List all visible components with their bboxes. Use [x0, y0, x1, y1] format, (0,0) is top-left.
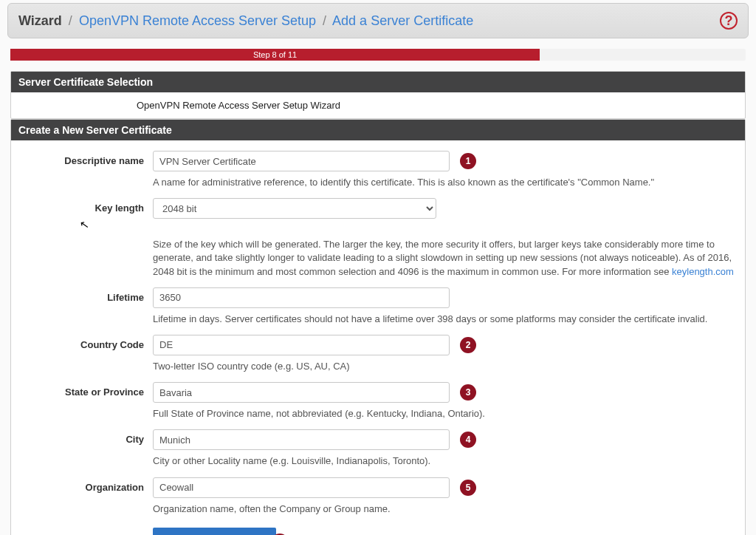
breadcrumb-section[interactable]: OpenVPN Remote Access Server Setup	[79, 13, 316, 28]
label-state: State or Province	[18, 382, 153, 398]
label-city: City	[18, 429, 153, 445]
breadcrumb: Wizard / OpenVPN Remote Access Server Se…	[18, 13, 473, 29]
wizard-progress-label: Step 8 of 11	[10, 49, 540, 61]
panel-title: Create a New Server Certificate	[11, 120, 745, 140]
help-icon[interactable]: ?	[720, 12, 738, 30]
help-organization: Organization name, often the Company or …	[153, 502, 738, 516]
city-input[interactable]	[153, 429, 450, 450]
organization-input[interactable]	[153, 477, 450, 498]
help-city: City or other Locality name (e.g. Louisv…	[153, 454, 738, 468]
row-key-length: Key length 2048 bit Size of the key whic…	[18, 194, 738, 283]
key-length-select[interactable]: 2048 bit	[153, 198, 436, 219]
wizard-progress: Step 8 of 11	[10, 49, 746, 61]
panel-title: Server Certificate Selection	[11, 72, 745, 92]
row-state: State or Province 3 Full State of Provin…	[18, 378, 738, 425]
breadcrumb-root[interactable]: Wizard	[18, 13, 62, 28]
breadcrumb-sep: /	[69, 13, 72, 28]
help-key-length-text: Size of the key which will be generated.…	[153, 239, 732, 276]
label-country-code: Country Code	[18, 335, 153, 350]
breadcrumb-current[interactable]: Add a Server Certificate	[332, 13, 473, 28]
annotation-badge-2: 2	[460, 337, 476, 353]
row-descriptive-name: Descriptive name 1 A name for administra…	[18, 146, 738, 194]
annotation-badge-5: 5	[460, 480, 476, 496]
descriptive-name-input[interactable]	[153, 151, 450, 171]
help-key-length: Size of the key which will be generated.…	[153, 238, 738, 279]
lifetime-input[interactable]	[153, 287, 450, 308]
help-descriptive-name: A name for administrative reference, to …	[153, 176, 738, 189]
panel-server-cert-selection: Server Certificate Selection OpenVPN Rem…	[10, 71, 746, 119]
annotation-badge-3: 3	[460, 384, 476, 401]
help-country-code: Two-letter ISO country code (e.g. US, AU…	[153, 360, 738, 373]
state-input[interactable]	[153, 382, 450, 403]
row-organization: Organization 5 Organization name, often …	[18, 473, 738, 520]
button-row: » Create new Certificate 6	[18, 520, 738, 535]
row-lifetime: Lifetime Lifetime in days. Server certif…	[18, 283, 738, 330]
country-code-input[interactable]	[153, 335, 450, 355]
label-lifetime: Lifetime	[18, 287, 153, 303]
keylength-link[interactable]: keylength.com	[672, 266, 734, 277]
help-state: Full State of Province name, not abbrevi…	[153, 407, 738, 420]
annotation-badge-4: 4	[460, 432, 476, 448]
breadcrumb-bar: Wizard / OpenVPN Remote Access Server Se…	[7, 3, 749, 38]
label-descriptive-name: Descriptive name	[18, 151, 153, 166]
panel-create-server-cert: Create a New Server Certificate Descript…	[10, 119, 746, 535]
annotation-badge-1: 1	[460, 153, 476, 169]
row-country-code: Country Code 2 Two-letter ISO country co…	[18, 330, 738, 378]
wizard-note: OpenVPN Remote Access Server Setup Wizar…	[11, 92, 745, 118]
label-key-length: Key length	[18, 198, 153, 214]
breadcrumb-sep: /	[323, 13, 326, 28]
help-lifetime: Lifetime in days. Server certificates sh…	[153, 313, 738, 326]
label-organization: Organization	[18, 477, 153, 493]
row-city: City 4 City or other Locality name (e.g.…	[18, 425, 738, 472]
create-certificate-button[interactable]: » Create new Certificate	[153, 528, 276, 535]
